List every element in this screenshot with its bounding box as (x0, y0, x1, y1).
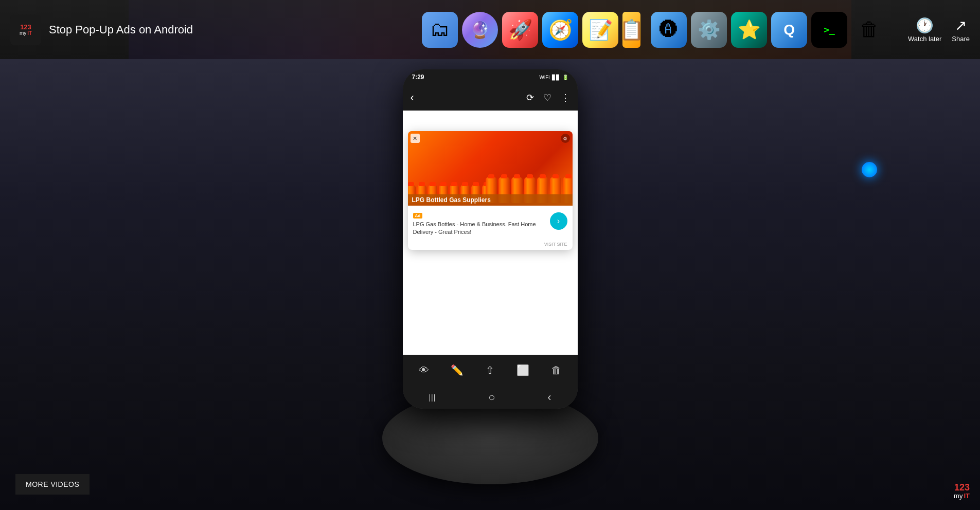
scene: 7:29 WiFi ▊▊ 🔋 ‹ ⟳ ♡ ⋮ ✕ ⚙ (0, 59, 980, 510)
ad-image: LPG Bottled Gas Suppliers (408, 131, 573, 206)
partial-app-icon[interactable]: 📋 (622, 12, 640, 48)
notes-icon[interactable]: 📝 (582, 12, 618, 48)
more-videos-button[interactable]: MORE VIDEOS (15, 474, 90, 495)
ad-text-section: Ad LPG Gas Bottles - Home & Business. Fa… (413, 210, 545, 236)
phone-tool-delete[interactable]: 🗑 (551, 365, 561, 376)
battery-icon: 🔋 (562, 75, 568, 80)
heart-icon[interactable]: ♡ (543, 92, 551, 103)
quicktime-icon[interactable]: Q (771, 12, 807, 48)
ad-description: LPG Gas Bottles - Home & Business. Fast … (413, 221, 545, 236)
share-label: Share (952, 35, 970, 43)
ad-body: Ad LPG Gas Bottles - Home & Business. Fa… (408, 206, 573, 241)
launchpad-icon[interactable]: 🚀 (502, 12, 538, 48)
channel-logo[interactable]: 123 my IT (10, 14, 41, 45)
share-icon: ↗ (955, 17, 967, 34)
finder-icon[interactable]: 🗂 (422, 12, 458, 48)
back-button[interactable]: ‹ (411, 91, 414, 104)
logo-it-text: IT (27, 30, 32, 36)
video-title: Stop Pop-Up Ads on Android (49, 23, 422, 37)
share-action[interactable]: ↗ Share (952, 17, 970, 43)
logo-top-text: 123 (20, 24, 31, 30)
trash-icon[interactable]: 🗑 (851, 12, 887, 48)
phone-tool-copy[interactable]: ⬜ (516, 364, 529, 376)
siri-icon[interactable]: 🔮 (462, 12, 498, 48)
sync-icon[interactable]: ⟳ (526, 92, 534, 103)
safari-icon[interactable]: 🧭 (542, 12, 578, 48)
brand-bottom-row: my IT (954, 492, 970, 500)
dock-right: 🅐 ⚙️ ⭐ Q >_ 🗑 (651, 12, 887, 48)
recent-apps-button[interactable]: ||| (429, 393, 436, 402)
system-prefs-icon[interactable]: ⚙️ (691, 12, 727, 48)
ad-image-title: LPG Bottled Gas Suppliers (408, 194, 573, 206)
back-nav-button[interactable]: ‹ (547, 391, 551, 404)
toolbar-actions: 🕐 Watch later ↗ Share (908, 17, 970, 43)
ad-popup: ✕ ⚙ (408, 131, 573, 250)
more-options-icon[interactable]: ⋮ (561, 92, 570, 103)
phone-tool-edit[interactable]: ✏️ (451, 364, 464, 376)
signal-icon: ▊▊ (552, 75, 560, 80)
phone-time: 7:29 (412, 74, 424, 81)
watch-later-label: Watch later (908, 35, 941, 43)
appstore-icon[interactable]: 🅐 (651, 12, 687, 48)
phone-tool-view[interactable]: 👁 (419, 365, 429, 376)
ad-close-button[interactable]: ✕ (411, 134, 420, 143)
watch-later-action[interactable]: 🕐 Watch later (908, 17, 941, 43)
home-button[interactable]: ○ (488, 391, 495, 404)
logo-my-text: my (20, 30, 26, 36)
ad-settings-button[interactable]: ⚙ (561, 134, 570, 143)
brand-watermark: 123 my IT (954, 483, 970, 500)
phone-status-bar: 7:29 WiFi ▊▊ 🔋 (403, 69, 578, 85)
app-header-icons: ⟳ ♡ ⋮ (526, 92, 570, 103)
ad-visit-site-label: VISIT SITE (408, 241, 573, 250)
wifi-icon: WiFi (540, 75, 550, 80)
brand-top-text: 123 (954, 483, 970, 492)
terminal-icon[interactable]: >_ (811, 12, 847, 48)
brand-my-text: my (954, 492, 963, 500)
dock-left: 🗂 🔮 🚀 🧭 📝 📋 (422, 12, 640, 48)
ad-cta-button[interactable]: › (550, 212, 567, 230)
phone-bottom-toolbar: 👁 ✏️ ⇧ ⬜ 🗑 (403, 355, 578, 386)
imovie-icon[interactable]: ⭐ (731, 12, 767, 48)
phone-app-header: ‹ ⟳ ♡ ⋮ (403, 85, 578, 111)
ad-badge: Ad (413, 213, 423, 218)
brand-it-text: IT (964, 492, 970, 500)
mac-toolbar: 123 my IT Stop Pop-Up Ads on Android 🗂 🔮… (0, 0, 980, 59)
phone-status-icons: WiFi ▊▊ 🔋 (540, 75, 568, 80)
blue-dot-decoration (862, 162, 877, 177)
phone-tool-share[interactable]: ⇧ (486, 364, 494, 376)
phone-nav-bar: ||| ○ ‹ (403, 386, 578, 409)
phone-screen: ✕ ⚙ (403, 111, 578, 355)
watch-later-icon: 🕐 (916, 17, 934, 34)
phone-device: 7:29 WiFi ▊▊ 🔋 ‹ ⟳ ♡ ⋮ ✕ ⚙ (403, 69, 578, 409)
